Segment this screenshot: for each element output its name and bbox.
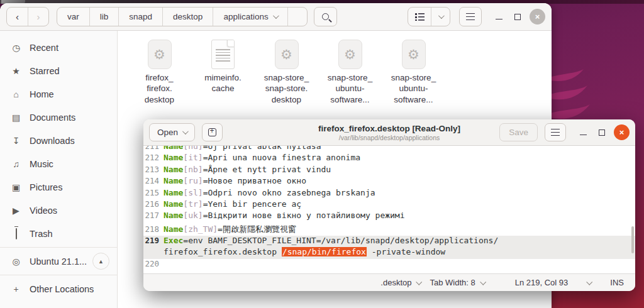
gear-file-icon: ⚙ xyxy=(148,40,172,69)
syntax-key: Name xyxy=(164,224,183,234)
filetype-dropdown[interactable]: .desktop xyxy=(380,278,421,287)
filetype-label: .desktop xyxy=(380,278,411,287)
maximize-icon xyxy=(514,14,521,20)
insert-mode-label: INS xyxy=(610,278,624,287)
syntax-locale-tag: [uk] xyxy=(183,211,203,220)
minimize-button[interactable] xyxy=(489,8,508,26)
editor-line-212[interactable]: 212Name[it]=Apri una nuova finestra anon… xyxy=(143,153,635,164)
tab-width-dropdown[interactable]: Tab Width: 8 xyxy=(430,278,484,287)
picture-icon: ▣ xyxy=(11,182,21,192)
editor-text-area[interactable]: 211Name[hu]=Új privát ablak nyitása212Na… xyxy=(143,146,635,273)
nav-buttons: ‹ › xyxy=(6,7,49,26)
view-toggle-group xyxy=(408,7,450,26)
editor-line-211[interactable]: 211Name[hu]=Új privát ablak nyitása xyxy=(143,146,635,153)
sidebar-item-trash[interactable]: Trash xyxy=(0,222,117,245)
open-button[interactable]: Open xyxy=(149,123,195,141)
sidebar-separator xyxy=(0,275,117,275)
breadcrumb-segment-snapd[interactable]: snapd xyxy=(119,8,163,26)
sidebar-item-label: Ubuntu 21.1... xyxy=(30,256,87,267)
breadcrumb-label: lib xyxy=(100,12,109,21)
syntax-value: =Apri una nuova finestra anonima xyxy=(203,153,360,162)
file-item-snap-store-snap-store-desktop[interactable]: ⚙snap-store_snap-store.desktop xyxy=(255,40,318,105)
breadcrumb-trailing-space[interactable] xyxy=(288,8,307,26)
line-number: 220 xyxy=(143,259,164,268)
chevron-down-icon xyxy=(480,279,486,285)
file-item-snap-store-ubuntu-software-[interactable]: ⚙snap-store_ubuntu-software... xyxy=(382,40,445,105)
breadcrumb-segment-applications[interactable]: applications xyxy=(213,8,287,26)
cursor-position[interactable]: Ln 219, Col 93 xyxy=(515,278,569,287)
minimize-icon xyxy=(496,19,502,20)
sidebar-item-music[interactable]: ♫Music xyxy=(0,152,117,175)
sidebar-item-label: Downloads xyxy=(30,136,75,146)
editor-line-214[interactable]: 214Name[ru]=Новое приватное окно xyxy=(143,176,635,187)
editor-title: firefox_firefox.desktop [Read-Only] xyxy=(318,124,460,133)
line-content: Name[hu]=Új privát ablak nyitása xyxy=(164,146,321,151)
breadcrumb-label: applications xyxy=(223,12,268,21)
file-name-label: snap-store_ubuntu-software... xyxy=(391,72,436,105)
sidebar-item-videos[interactable]: ▶Videos xyxy=(0,199,117,222)
gear-file-icon: ⚙ xyxy=(275,40,299,69)
line-content: Name[zh_TW]=開啟新隱私瀏覽視窗 xyxy=(164,224,296,235)
list-view-icon xyxy=(415,13,425,21)
editor-line-213[interactable]: 213Name[nb]=Åpne et nytt privat vindu xyxy=(143,165,635,176)
breadcrumb-segment-var[interactable]: var xyxy=(57,8,90,26)
file-item-firefox-firefox-desktop[interactable]: ⚙firefox_firefox.desktop xyxy=(128,40,191,105)
close-button[interactable]: × xyxy=(530,9,545,25)
list-view-button[interactable] xyxy=(408,8,431,26)
editor-scrollbar[interactable] xyxy=(631,226,634,253)
close-button[interactable]: × xyxy=(614,124,630,140)
new-tab-button[interactable] xyxy=(202,123,223,141)
maximize-button[interactable] xyxy=(592,123,611,142)
editor-line-218[interactable]: 218Name[zh_TW]=開啟新隱私瀏覽視窗 xyxy=(143,223,635,236)
sidebar-item-other-locations[interactable]: +Other Locations xyxy=(0,277,117,300)
editor-line-216[interactable]: 216Name[tr]=Yeni bir pencere aç xyxy=(143,199,635,211)
syntax-value: firefox_firefox.desktop xyxy=(164,247,282,256)
gear-file-icon: ⚙ xyxy=(338,40,362,69)
forward-button[interactable]: › xyxy=(28,8,48,26)
editor-line-217[interactable]: 217Name[uk]=Відкрити нове вікно у потайл… xyxy=(143,211,635,222)
maximize-button[interactable] xyxy=(508,8,527,26)
clock-icon: ◷ xyxy=(11,43,21,53)
save-button[interactable]: Save xyxy=(499,123,538,141)
line-number: 217 xyxy=(143,211,164,220)
line-number: 212 xyxy=(143,153,164,162)
files-headerbar: ‹ › varlibsnapddesktopapplications × xyxy=(0,3,552,31)
file-item-mimeinfo-cache[interactable]: mimeinfo.cache xyxy=(191,40,255,94)
editor-menu-button[interactable] xyxy=(545,123,566,141)
breadcrumb-segment-lib[interactable]: lib xyxy=(90,8,119,26)
minimize-button[interactable] xyxy=(574,123,592,142)
syntax-value: =Yeni bir pencere aç xyxy=(203,199,302,209)
insert-mode-indicator: INS xyxy=(610,278,624,287)
hamburger-menu-icon xyxy=(466,13,475,20)
syntax-locale-tag: [zh_TW] xyxy=(183,224,218,234)
view-options-dropdown[interactable] xyxy=(431,8,450,26)
breadcrumb-label: snapd xyxy=(129,12,152,21)
editor-line-219[interactable]: 219Exec=env BAMF_DESKTOP_FILE_HINT=/var/… xyxy=(143,236,635,247)
star-icon: ★ xyxy=(11,66,21,76)
back-button[interactable]: ‹ xyxy=(7,8,28,26)
line-content: firefox_firefox.desktop /snap/bin/firefo… xyxy=(164,247,445,256)
eject-button[interactable]: ▲ xyxy=(92,253,109,270)
syntax-key: Name xyxy=(164,146,183,151)
download-icon: ↧ xyxy=(11,136,21,146)
editor-line-220[interactable]: 220 xyxy=(143,259,635,270)
editor-line-219-wrap[interactable]: firefox_firefox.desktop /snap/bin/firefo… xyxy=(143,247,635,258)
sidebar-item-ubuntu-volume[interactable]: ◎Ubuntu 21.1...▲ xyxy=(0,250,117,273)
sidebar-item-starred[interactable]: ★Starred xyxy=(0,59,117,82)
sidebar-item-label: Music xyxy=(30,159,53,169)
sidebar-item-documents[interactable]: ▤Documents xyxy=(0,106,117,129)
sidebar-item-downloads[interactable]: ↧Downloads xyxy=(0,129,117,152)
sidebar-item-pictures[interactable]: ▣Pictures xyxy=(0,175,117,199)
home-icon: ⌂ xyxy=(11,89,21,99)
sidebar-item-recent[interactable]: ◷Recent xyxy=(0,36,117,59)
file-item-snap-store-ubuntu-software-[interactable]: ⚙snap-store_ubuntu-software... xyxy=(318,40,382,105)
editor-line-215[interactable]: 215Name[sl]=Odpri novo okno zasebnega br… xyxy=(143,188,635,199)
line-number: 219 xyxy=(143,236,164,245)
sidebar-item-home[interactable]: ⌂Home xyxy=(0,82,117,106)
breadcrumb-segment-desktop[interactable]: desktop xyxy=(163,8,213,26)
line-number: 211 xyxy=(143,146,164,151)
search-button[interactable] xyxy=(314,7,337,26)
line-content: Name[nb]=Åpne et nytt privat vindu xyxy=(164,165,331,174)
files-menu-button[interactable] xyxy=(459,7,482,26)
goto-line-dropdown[interactable] xyxy=(587,280,591,285)
